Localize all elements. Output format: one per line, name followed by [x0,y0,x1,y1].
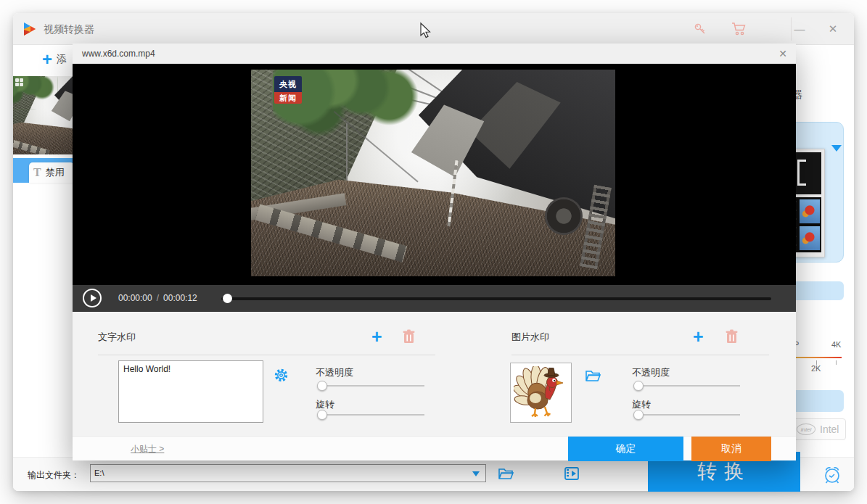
video-file-icon[interactable] [563,465,580,482]
text-opacity-label: 不透明度 [316,366,353,379]
text-watermark-title: 文字水印 [98,331,136,344]
app-title: 视频转换器 [44,13,94,45]
video-frame: 央视 新闻 [251,70,615,276]
resolution-label-2k: 2K [811,364,821,373]
dialog-close-button[interactable]: ✕ [770,44,796,64]
alarm-clock-icon[interactable] [820,462,845,487]
screen: 视频转换器 — ✕ +添 [0,0,867,504]
output-folder-combobox[interactable]: E:\ [90,464,486,482]
output-folder-value: E:\ [94,468,104,477]
slider-track [317,414,424,416]
image-opacity-slider[interactable] [633,381,740,391]
add-image-watermark-button[interactable]: + [693,328,704,345]
dropdown-arrow-icon[interactable] [831,145,842,152]
watermark-image-preview[interactable] [510,363,572,423]
progress-slider[interactable] [221,294,771,303]
progress-track [221,297,771,300]
slider-track [633,414,740,416]
watermark-dialog: www.x6d.com.mp4 ✕ [73,44,796,460]
intel-logo: intel [797,424,815,435]
grid-icon [15,78,23,86]
image-rotate-slider[interactable] [633,410,740,420]
video-preview-area: 央视 新闻 [73,64,796,285]
current-time: 00:00:00 [118,293,152,303]
slider-thumb[interactable] [633,381,644,391]
image-opacity-label: 不透明度 [632,366,670,379]
cancel-button[interactable]: 取消 [691,437,771,461]
tab-label: 禁用 [46,166,65,179]
dialog-titlebar: www.x6d.com.mp4 ✕ [73,44,796,64]
cctv-news-badge: 央视 新闻 [274,76,302,104]
text-tool-icon: T [33,166,41,179]
text-settings-gear-icon[interactable] [274,368,289,383]
turkey-image [514,366,569,420]
minimize-button[interactable]: — [785,13,814,45]
dialog-title: www.x6d.com.mp4 [82,44,155,64]
image-watermark-title: 图片水印 [511,331,549,344]
app-titlebar: 视频转换器 — ✕ [13,13,854,45]
duration: 00:00:12 [163,293,197,303]
open-folder-icon[interactable] [498,466,515,481]
add-text-watermark-button[interactable]: + [371,328,382,345]
tick-4k [836,360,837,365]
badge-line-1: 央视 [274,76,302,92]
register-key-icon[interactable] [693,22,707,36]
delete-image-watermark-icon[interactable] [726,329,738,344]
slider-thumb[interactable] [317,410,327,420]
tips-link[interactable]: 小贴士 > [131,437,164,461]
intel-acceleration-button[interactable]: intel Intel [793,418,846,440]
time-display: 00:00:00/00:00:12 [118,285,197,312]
player-bar: 00:00:00/00:00:12 [73,285,796,312]
tab-text-watermark[interactable]: T 禁用 [29,162,74,183]
ok-button[interactable]: 确定 [568,437,683,461]
time-separator: / [157,293,159,303]
badge-line-2: 新闻 [274,92,302,104]
browse-image-folder-icon[interactable] [585,368,602,383]
app-logo-icon [22,21,38,37]
slider-track [633,385,740,387]
plus-icon: + [42,49,52,69]
video-scene-mini: 央视 新闻 [13,76,73,154]
combo-arrow-icon[interactable] [472,471,480,476]
progress-thumb[interactable] [223,294,232,303]
section-divider [511,355,769,355]
text-rotate-slider[interactable] [317,410,424,420]
slider-thumb[interactable] [633,410,644,420]
bottom-bar: 输出文件夹： E:\ 转换 [13,457,854,491]
slider-thumb[interactable] [317,381,327,391]
dialog-footer: 小贴士 > 确定 取消 [73,436,796,460]
video-thumbnail[interactable]: 央视 新闻 [13,76,73,154]
text-opacity-slider[interactable] [317,381,424,391]
add-files-label-partial: 添 [57,53,67,65]
close-button[interactable]: ✕ [818,13,847,45]
section-divider [98,355,435,355]
intel-label: Intel [820,424,839,435]
output-folder-label: 输出文件夹： [28,469,80,482]
slider-track [317,385,424,387]
resolution-label-4k: 4K [831,340,841,349]
play-icon [91,294,96,302]
delete-text-watermark-icon[interactable] [403,329,415,344]
scene-wheelset [545,197,583,235]
cart-icon[interactable] [731,22,747,36]
play-button[interactable] [83,289,102,307]
watermark-text-input[interactable]: Hello World! [118,360,263,423]
